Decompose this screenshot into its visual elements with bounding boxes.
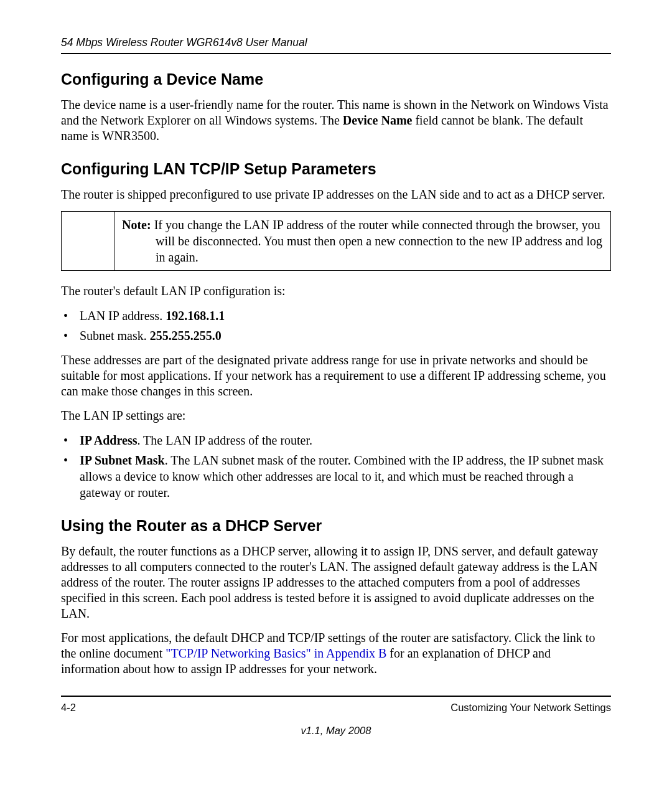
bold-text: 192.168.1.1 bbox=[166, 309, 225, 323]
paragraph: The router's default LAN IP configuratio… bbox=[61, 283, 611, 299]
bullet-list: IP Address. The LAN IP address of the ro… bbox=[61, 432, 611, 501]
note-text-cell: Note: If you change the LAN IP address o… bbox=[114, 212, 611, 271]
heading-configuring-device-name: Configuring a Device Name bbox=[61, 70, 611, 88]
bold-text: IP Address bbox=[80, 433, 137, 447]
appendix-link[interactable]: "TCP/IP Networking Basics" in Appendix B bbox=[166, 646, 386, 660]
header-rule bbox=[61, 53, 611, 54]
document-page: 54 Mbps Wireless Router WGR614v8 User Ma… bbox=[0, 0, 672, 762]
list-item: IP Address. The LAN IP address of the ro… bbox=[61, 432, 611, 448]
paragraph: By default, the router functions as a DH… bbox=[61, 544, 611, 621]
footer-version: v1.1, May 2008 bbox=[61, 725, 611, 737]
bold-text: Device Name bbox=[343, 113, 413, 127]
note-label: Note: bbox=[122, 218, 151, 232]
paragraph: These addresses are part of the designat… bbox=[61, 352, 611, 399]
list-item: IP Subnet Mask. The LAN subnet mask of t… bbox=[61, 452, 611, 501]
footer-section-title: Customizing Your Network Settings bbox=[450, 702, 611, 714]
text: . The LAN IP address of the router. bbox=[137, 433, 312, 447]
paragraph: The device name is a user-friendly name … bbox=[61, 97, 611, 144]
text: Subnet mask. bbox=[80, 329, 150, 342]
heading-using-router-dhcp: Using the Router as a DHCP Server bbox=[61, 517, 611, 535]
note-text: If you change the LAN IP address of the … bbox=[151, 218, 602, 264]
text: LAN IP address. bbox=[80, 309, 166, 323]
list-item: LAN IP address. 192.168.1.1 bbox=[61, 308, 611, 324]
bold-text: 255.255.255.0 bbox=[150, 329, 222, 342]
heading-configuring-lan-tcpip: Configuring LAN TCP/IP Setup Parameters bbox=[61, 160, 611, 178]
note-icon-cell bbox=[62, 212, 114, 271]
footer-row: 4-2 Customizing Your Network Settings bbox=[61, 702, 611, 714]
paragraph: The router is shipped preconfigured to u… bbox=[61, 187, 611, 202]
footer-rule bbox=[61, 696, 611, 697]
note-box: Note: If you change the LAN IP address o… bbox=[61, 211, 611, 271]
bold-text: IP Subnet Mask bbox=[80, 453, 165, 467]
bullet-list: LAN IP address. 192.168.1.1 Subnet mask.… bbox=[61, 308, 611, 344]
paragraph: The LAN IP settings are: bbox=[61, 408, 611, 423]
paragraph: For most applications, the default DHCP … bbox=[61, 630, 611, 677]
running-head: 54 Mbps Wireless Router WGR614v8 User Ma… bbox=[61, 36, 611, 49]
list-item: Subnet mask. 255.255.255.0 bbox=[61, 328, 611, 344]
page-number: 4-2 bbox=[61, 702, 76, 714]
